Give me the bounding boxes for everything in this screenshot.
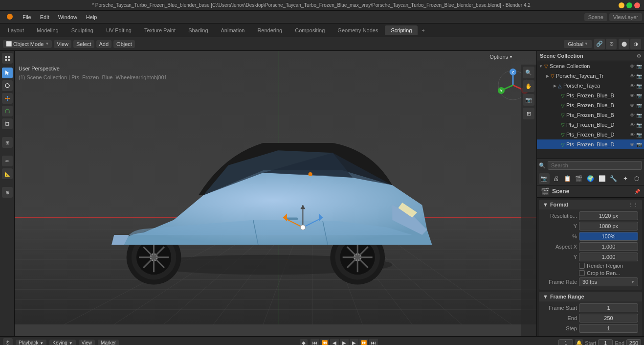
frame-range-section-header[interactable]: ▼ Frame Range [539,292,642,301]
tab-rendering[interactable]: Rendering [251,25,288,35]
snap-button[interactable]: 🔗 [594,39,605,49]
arrow-icon[interactable]: ▶ [554,84,556,88]
frame-marker-icon[interactable]: 🔔 [575,339,583,345]
render-icon[interactable]: 📷 [636,73,642,79]
object-menu[interactable]: Object [113,40,135,48]
timeline-keyframe-icon[interactable]: ◆ [300,339,308,345]
tool-toggle[interactable] [2,53,13,64]
tab-modeling[interactable]: Modeling [31,25,65,35]
outliner-item-1[interactable]: ▶ △ Porsche_Tayca 👁 📷 [537,81,644,91]
jump-start-button[interactable]: ⏮ [311,339,319,345]
add-workspace-button[interactable]: + [419,26,427,34]
next-frame-button[interactable]: ▶ [350,339,358,345]
tab-geometry-nodes[interactable]: Geometry Nodes [332,25,384,35]
visibility-icon[interactable]: 👁 [630,93,635,98]
format-options-icon[interactable]: ⋮⋮ [628,202,638,207]
rotate-tool-button[interactable] [2,106,13,116]
resolution-x-value[interactable]: 1920 px [579,211,638,220]
view-layer-props-icon[interactable]: 📋 [562,173,573,184]
tab-layout[interactable]: Layout [2,25,30,35]
playback-menu[interactable]: Playback ▼ [16,340,46,345]
object-props-icon[interactable]: ⬜ [597,173,607,184]
view-layer-selector[interactable]: ViewLayer [609,13,642,21]
add-menu[interactable]: Add [96,40,112,48]
tab-uv-editing[interactable]: UV Editing [100,25,137,35]
visibility-icon[interactable]: 👁 [630,113,635,118]
menu-help[interactable]: Help [82,13,101,21]
particles-props-icon[interactable]: ✦ [620,173,631,184]
visibility-icon[interactable]: 👁 [630,122,635,128]
scene-props-icon[interactable]: 🎬 [574,173,584,184]
render-props-icon[interactable]: 📷 [539,173,550,184]
arrow-icon[interactable]: ▶ [546,74,549,78]
add-primitive-button[interactable]: ⊕ [2,187,13,198]
next-keyframe-button[interactable]: ⏩ [359,339,368,345]
play-button[interactable]: ▶ [340,339,349,345]
viewport[interactable]: User Perspective (1) Scene Collection | … [15,51,536,336]
tab-animation[interactable]: Animation [215,25,251,35]
render-icon[interactable]: 📷 [636,122,642,128]
jump-end-button[interactable]: ⏭ [369,339,378,345]
menu-file[interactable]: File [19,13,35,21]
tab-shading[interactable]: Shading [182,25,214,35]
render-icon[interactable]: 📷 [636,83,642,89]
render-icon[interactable]: 📷 [636,93,642,98]
menu-blender[interactable] [2,12,18,23]
crop-render-checkbox[interactable]: Crop to Ren... [579,270,620,276]
outliner-item-7[interactable]: ▽ Pts_Frozen_Blue_D 👁 📷 [537,139,644,149]
keying-menu[interactable]: Keying ▼ [49,340,75,345]
properties-pin-icon[interactable]: 📌 [634,189,640,194]
world-props-icon[interactable]: 🌍 [585,173,596,184]
aspect-x-value[interactable]: 1.000 [579,242,638,251]
tab-compositing[interactable]: Compositing [289,25,331,35]
render-region-checkbox[interactable]: Render Region [579,263,623,269]
outliner-item-6[interactable]: ▽ Pts_Frozen_Blue_D 👁 📷 [537,130,644,139]
outliner-item-5[interactable]: ▽ Pts_Frozen_Blue_D 👁 📷 [537,120,644,130]
visibility-icon[interactable]: 👁 [630,83,635,89]
minimize-button[interactable] [619,2,624,8]
menu-window[interactable]: Window [54,13,81,21]
marker-menu[interactable]: Marker [98,340,119,345]
outliner-item-2[interactable]: ▽ Pts_Frozen_Blue_B 👁 📷 [537,91,644,100]
select-tool-button[interactable] [2,68,13,78]
viewport-hand-button[interactable]: ✋ [523,80,534,92]
visibility-icon[interactable]: 👁 [630,142,635,147]
properties-search-input[interactable] [548,161,642,170]
visibility-icon[interactable]: 👁 [630,73,635,79]
maximize-button[interactable] [626,2,632,8]
select-menu[interactable]: Select [73,40,94,48]
frame-rate-dropdown[interactable]: 30 fps ▼ [579,277,638,286]
format-section-header[interactable]: ▼ Format ⋮⋮ [539,200,642,209]
arrow-icon[interactable]: ▼ [539,64,543,69]
visibility-icon[interactable]: 👁 [630,132,635,138]
move-tool-button[interactable] [2,93,13,104]
view-menu[interactable]: View [79,340,95,345]
viewport-grid-button[interactable]: ⊞ [523,108,534,119]
modifier-props-icon[interactable]: 🔧 [608,173,619,184]
prev-frame-button[interactable]: ◀ [330,339,339,345]
resolution-y-value[interactable]: 1080 px [579,222,638,230]
transform-orientations[interactable]: Global ▼ [564,40,592,48]
overlay-options-button[interactable]: Options ▼ [486,53,517,61]
resolution-pct-value[interactable]: 100% [579,232,638,241]
outliner-scene-collection[interactable]: ▼ ▽ Scene Collection 👁 📷 [537,61,644,71]
frame-start-value[interactable]: 1 [579,303,638,312]
tab-scripting[interactable]: Scripting [385,25,418,35]
menu-edit[interactable]: Edit [36,13,53,21]
outliner-item-4[interactable]: ▽ Pts_Frozen_Blue_B 👁 📷 [537,110,644,120]
render-icon[interactable]: 📷 [636,64,642,69]
timeline-icon[interactable]: ⏱ [3,338,13,345]
output-props-icon[interactable]: 🖨 [551,173,561,184]
render-icon[interactable]: 📷 [636,132,642,138]
material-props-icon[interactable]: ⬡ [631,173,642,184]
viewport-search-button[interactable]: 🔍 [523,67,534,78]
viewport-shading-rendered[interactable]: ◑ [630,39,641,49]
scene-selector[interactable]: Scene [584,13,607,21]
cursor-tool-button[interactable] [2,80,13,91]
transform-tool-button[interactable]: ⊞ [2,137,13,148]
tab-sculpting[interactable]: Sculpting [66,25,99,35]
proportional-edit-button[interactable]: ⊙ [606,39,617,49]
frame-end-value[interactable]: 250 [579,314,638,322]
annotate-tool-button[interactable]: ✏ [2,156,13,166]
viewport-shading-solid[interactable]: ⬤ [619,39,629,49]
